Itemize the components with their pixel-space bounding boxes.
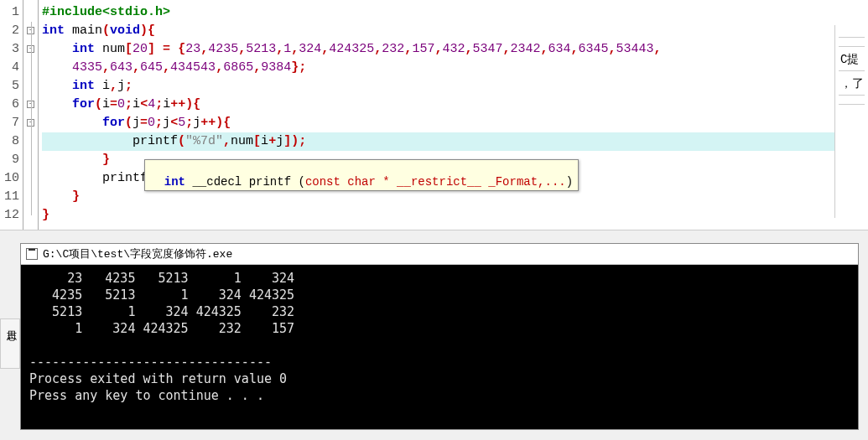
console-window[interactable]: G:\C项目\test\字段宽度修饰符.exe 23 4235 5213 1 3… [20,243,859,430]
fold-marker [23,132,38,151]
console-output[interactable]: 23 4235 5213 1 324 4235 5213 1 324 42432… [21,265,858,429]
code-line[interactable]: } [42,206,868,225]
code-line[interactable]: for(j=0;j<5;j++){ [42,114,868,132]
code-area[interactable]: #include<stdio.h>int main(void){ int num… [39,0,868,230]
line-number: 1 [0,3,19,22]
fold-marker [23,77,38,96]
console-icon [26,248,38,260]
sidebar-cell [839,96,865,105]
line-number: 12 [0,206,19,225]
sidebar-cell [839,28,865,38]
fold-marker[interactable]: - [23,114,38,132]
fold-marker [23,169,38,188]
line-number: 3 [0,40,19,59]
line-number: 9 [0,151,19,169]
line-number: 5 [0,77,19,96]
code-line[interactable]: for(i=0;i<4;i++){ [42,96,868,114]
line-number: 6 [0,96,19,114]
line-number: 4 [0,59,19,77]
code-line[interactable]: 4335,643,645,434543,6865,9384}; [42,59,868,77]
line-number: 8 [0,132,19,151]
code-line[interactable]: int i,j; [42,77,868,96]
tooltip-keyword: int [164,175,185,189]
code-line[interactable]: #include<stdio.h> [42,3,868,22]
sidebar-cell: C提 [839,47,865,71]
fold-marker[interactable]: - [23,96,38,114]
function-signature-tooltip: int __cdecl printf (const char * __restr… [144,159,579,191]
fold-column[interactable]: ---- [23,0,39,230]
line-number-gutter: 123456789101112 [0,0,23,230]
fold-marker[interactable]: - [23,40,38,59]
sidebar-cell: ，了 [839,71,865,96]
fold-marker [23,151,38,169]
sidebar-cell [839,38,865,47]
line-number: 2 [0,22,19,40]
fold-marker [23,59,38,77]
console-title-text: G:\C项目\test\字段宽度修饰符.exe [43,246,232,261]
code-editor[interactable]: 123456789101112 ---- #include<stdio.h>in… [0,0,868,230]
line-number: 10 [0,169,19,188]
log-tab[interactable]: 日志 [0,318,20,369]
right-sidebar: C提，了 [834,25,868,218]
fold-marker[interactable]: - [23,22,38,40]
code-line[interactable]: printf("%7d",num[i+j]); [42,132,868,151]
code-line[interactable]: int main(void){ [42,22,868,40]
fold-marker [23,3,38,22]
line-number: 7 [0,114,19,132]
code-line[interactable]: int num[20] = {23,4235,5213,1,324,424325… [42,40,868,59]
fold-marker [23,188,38,206]
line-number: 11 [0,188,19,206]
console-titlebar[interactable]: G:\C项目\test\字段宽度修饰符.exe [21,244,858,265]
fold-marker [23,206,38,225]
